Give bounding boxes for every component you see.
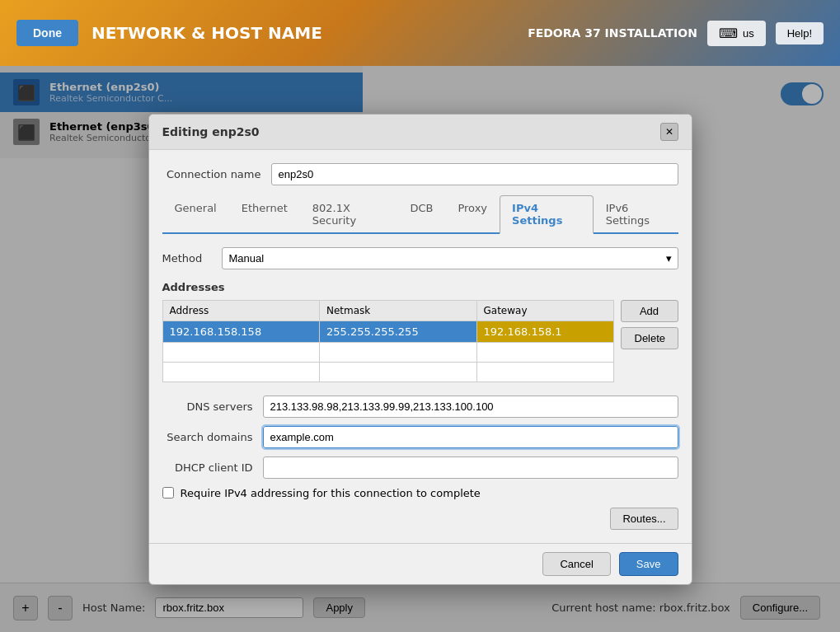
search-label: Search domains	[162, 431, 253, 443]
search-row: Search domains	[162, 426, 678, 448]
cell-address-0: 192.168.158.158	[162, 321, 320, 342]
add-address-button[interactable]: Add	[621, 300, 678, 322]
require-ipv4-label: Require IPv4 addressing for this connect…	[181, 487, 481, 499]
close-dialog-button[interactable]: ✕	[660, 123, 678, 141]
method-select[interactable]: Automatic (DHCP) Manual Link-Local Only …	[222, 247, 678, 269]
tab-ipv6[interactable]: IPv6 Settings	[594, 195, 678, 232]
col-address: Address	[162, 300, 320, 321]
require-ipv4-row: Require IPv4 addressing for this connect…	[162, 487, 678, 499]
address-row-empty2[interactable]	[162, 362, 613, 382]
method-row: Method Automatic (DHCP) Manual Link-Loca…	[162, 247, 678, 269]
tabs: General Ethernet 802.1X Security DCB Pro…	[162, 195, 678, 234]
dns-row: DNS servers	[162, 396, 678, 418]
dialog-footer: Cancel Save	[149, 543, 692, 584]
connection-name-input[interactable]	[271, 163, 678, 185]
addresses-title: Addresses	[162, 281, 678, 293]
connection-name-label: Connection name	[162, 168, 261, 180]
addresses-table: Address Netmask Gateway 192.168.158.158 …	[162, 300, 614, 382]
dhcp-input[interactable]	[263, 456, 678, 479]
dialog-body: Connection name General Ethernet 802.1X …	[149, 150, 692, 543]
routes-button[interactable]: Routes...	[610, 508, 678, 530]
tab-ipv4[interactable]: IPv4 Settings	[500, 195, 594, 234]
table-buttons: Add Delete	[621, 300, 678, 349]
tab-dcb[interactable]: DCB	[397, 195, 445, 232]
header: Done NETWORK & HOST NAME FEDORA 37 INSTA…	[0, 0, 840, 66]
method-select-wrapper: Automatic (DHCP) Manual Link-Local Only …	[222, 247, 678, 269]
done-button[interactable]: Done	[16, 20, 78, 46]
keyboard-icon: ⌨	[719, 26, 738, 41]
keyboard-label: us	[743, 27, 754, 40]
delete-address-button[interactable]: Delete	[621, 327, 678, 349]
routes-area: Routes...	[162, 508, 678, 530]
dialog-header: Editing enp2s0 ✕	[149, 115, 692, 150]
tab-general[interactable]: General	[162, 195, 229, 232]
address-row-empty[interactable]	[162, 342, 613, 362]
fedora-title: FEDORA 37 INSTALLATION	[528, 26, 697, 40]
connection-name-row: Connection name	[162, 163, 678, 185]
dialog-overlay: Editing enp2s0 ✕ Connection name General…	[0, 66, 840, 632]
col-gateway: Gateway	[476, 300, 613, 321]
header-right: FEDORA 37 INSTALLATION ⌨ us Help!	[528, 21, 824, 46]
addresses-layout: Address Netmask Gateway 192.168.158.158 …	[162, 300, 678, 386]
dhcp-label: DHCP client ID	[162, 461, 253, 474]
require-ipv4-checkbox[interactable]	[162, 487, 174, 499]
dns-input[interactable]	[263, 396, 678, 418]
tab-8021x[interactable]: 802.1X Security	[300, 195, 398, 232]
dns-label: DNS servers	[162, 400, 253, 413]
dhcp-row: DHCP client ID	[162, 456, 678, 479]
tab-ethernet[interactable]: Ethernet	[229, 195, 300, 232]
dialog-title: Editing enp2s0	[162, 125, 260, 138]
addresses-table-wrapper: Address Netmask Gateway 192.168.158.158 …	[162, 300, 614, 386]
col-netmask: Netmask	[320, 300, 477, 321]
cell-gateway-0: 192.168.158.1	[476, 321, 613, 342]
editing-dialog: Editing enp2s0 ✕ Connection name General…	[148, 114, 692, 585]
address-row-0[interactable]: 192.168.158.158 255.255.255.255 192.168.…	[162, 321, 613, 342]
cancel-button[interactable]: Cancel	[542, 552, 610, 576]
cell-netmask-0: 255.255.255.255	[320, 321, 477, 342]
method-label: Method	[162, 252, 212, 265]
header-left: Done NETWORK & HOST NAME	[16, 20, 322, 46]
tab-proxy[interactable]: Proxy	[445, 195, 500, 232]
page-title: NETWORK & HOST NAME	[92, 23, 322, 43]
search-domains-input[interactable]	[263, 426, 678, 448]
main-area: ⬛ Ethernet (enp2s0) Realtek Semiconducto…	[0, 66, 840, 632]
keyboard-button[interactable]: ⌨ us	[707, 21, 766, 46]
help-button[interactable]: Help!	[776, 22, 824, 44]
save-button[interactable]: Save	[619, 552, 678, 576]
